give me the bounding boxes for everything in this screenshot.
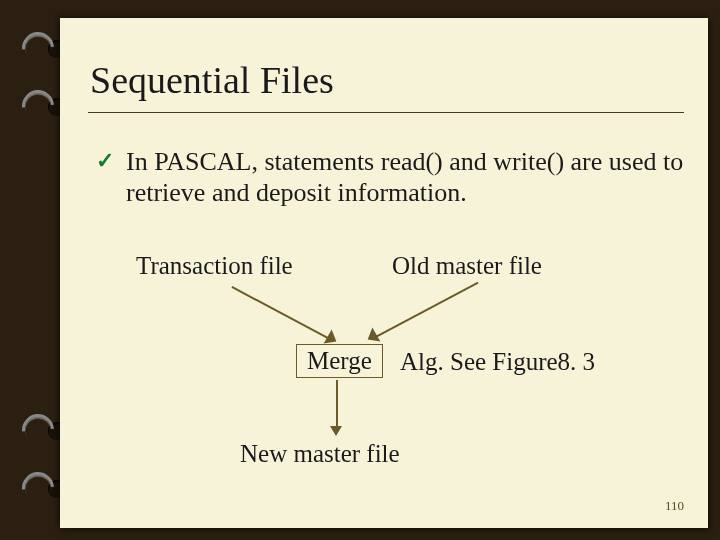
arrow-merge-newmaster — [336, 380, 338, 428]
bullet-text: In PASCAL, statements read() and write()… — [126, 146, 696, 208]
label-old-master-file: Old master file — [392, 252, 542, 280]
arrow-head-icon — [330, 426, 342, 436]
title-underline — [88, 112, 684, 113]
label-new-master-file: New master file — [240, 440, 400, 468]
label-algorithm-ref: Alg. See Figure8. 3 — [400, 348, 595, 376]
slide: Sequential Files ✓ In PASCAL, statements… — [60, 18, 708, 528]
arrow-transaction-merge — [232, 286, 330, 339]
label-transaction-file: Transaction file — [136, 252, 293, 280]
bullet-item: ✓ In PASCAL, statements read() and write… — [96, 146, 696, 208]
checkmark-icon: ✓ — [96, 146, 114, 176]
merge-box: Merge — [296, 344, 383, 378]
page-number: 110 — [665, 498, 684, 514]
arrow-oldmaster-merge — [372, 282, 479, 340]
slide-title: Sequential Files — [90, 58, 334, 102]
